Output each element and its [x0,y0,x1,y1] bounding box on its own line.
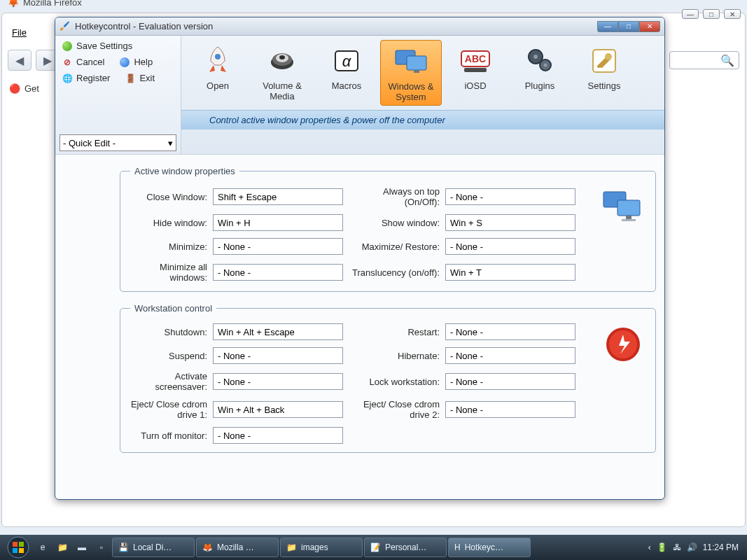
svg-rect-21 [626,216,631,219]
input-suspend[interactable] [213,347,343,364]
firefox-minimize-button[interactable]: — [682,9,699,19]
input-restart[interactable] [445,323,575,340]
speaker-icon [263,43,302,79]
tool-volume-media[interactable]: Volume & Media [251,40,313,104]
register-icon: 🌐 [62,74,72,83]
start-button[interactable] [4,536,32,559]
firefox-icon: 🦊 [202,542,213,552]
input-screensaver[interactable] [213,373,343,390]
label-always-top: Always on top (On/Off): [349,186,440,207]
task-personal[interactable]: 📝Personal… [364,538,447,557]
tray-network-icon[interactable]: 🖧 [673,542,681,552]
taskbar: e 📁 ▬ ▫ 💾Local Di… 🦊Mozilla … 📁images 📝P… [0,535,747,560]
tool-iosd[interactable]: ABC iOSD [445,40,506,94]
tool-plugins[interactable]: Plugins [509,40,571,94]
search-box[interactable]: 🔍 [669,51,739,69]
tray-battery-icon[interactable]: 🔋 [657,542,667,552]
svg-rect-8 [407,56,426,70]
label-monitor: Turn off monitor: [130,430,207,441]
group-active-window: Active window properties Close Window: A… [120,166,656,292]
input-always-top[interactable] [445,188,575,205]
input-max-restore[interactable] [445,238,575,255]
tool-settings[interactable]: Settings [573,40,635,94]
input-minimize[interactable] [213,238,343,255]
tool-macros[interactable]: α Macros [316,40,377,94]
gears-icon [520,43,559,79]
rocket-icon [198,43,237,79]
hotkeycontrol-window: 🖌️ Hotkeycontrol - Evaluation version — … [55,17,665,500]
tray-chevron-icon[interactable]: ‹ [648,542,651,552]
toolbar-description: Control active window properties & power… [181,110,664,130]
help-button[interactable]: Help [117,55,155,69]
task-hotkeycontrol[interactable]: HHotkeyc… [448,538,531,557]
svg-point-0 [215,54,221,59]
tool-windows-system[interactable]: Windows & System [380,40,442,106]
firefox-icon: 🦊 [8,0,19,8]
register-button[interactable]: 🌐 Register [60,71,113,85]
label-hibernate: Hibernate: [349,351,440,361]
label-translucency: Translucency (on/off): [349,267,440,278]
label-screensaver: Activate screensaver: [130,371,207,392]
save-settings-button[interactable]: Save Settings [60,38,176,53]
firefox-tab[interactable]: 🔴 Get [9,83,39,94]
quick-edit-dropdown[interactable]: - Quick Edit - ▾ [60,134,176,151]
input-hibernate[interactable] [445,347,575,364]
label-max-restore: Maximize/ Restore: [349,241,440,252]
quick-app-icon[interactable]: ▫ [92,538,111,556]
svg-point-25 [8,537,29,558]
quick-folder-icon[interactable]: 📁 [53,538,71,556]
dialog-titlebar[interactable]: 🖌️ Hotkeycontrol - Evaluation version — … [55,18,664,36]
input-eject1[interactable] [213,401,343,418]
label-show-window: Show window: [349,218,440,228]
firefox-maximize-button[interactable]: □ [703,9,720,19]
tool-open[interactable]: Open [187,40,249,94]
exit-button[interactable]: 🚪 Exit [123,71,158,85]
menu-file[interactable]: File [12,27,27,38]
task-local-disk[interactable]: 💾Local Di… [112,538,195,557]
search-icon: 🔍 [720,54,734,67]
firefox-close-button[interactable]: ✕ [724,9,741,19]
group-workstation: Workstation control Shutdown: Restart: S… [120,303,656,453]
app-icon: H [454,542,461,552]
save-icon [62,41,72,51]
minimize-button[interactable]: — [597,21,618,32]
input-translucency[interactable] [445,264,575,281]
input-lock[interactable] [445,373,575,390]
close-button[interactable]: ✕ [639,21,660,32]
label-shutdown: Shutdown: [130,327,207,337]
input-monitor[interactable] [213,427,343,444]
svg-text:α: α [342,52,352,70]
input-shutdown[interactable] [213,323,343,340]
power-key-icon [603,325,643,364]
alpha-icon: α [327,43,366,79]
nav-back-button[interactable]: ◀ [8,50,32,71]
svg-rect-9 [414,70,419,73]
left-command-panel: Save Settings ⊘ Cancel Help 🌐 Register [55,36,181,154]
label-restart: Restart: [349,327,440,337]
svg-rect-22 [622,219,636,221]
quick-ie-icon[interactable]: e [34,538,52,556]
label-lock: Lock workstation: [349,377,440,387]
input-hide-window[interactable] [213,214,343,231]
task-images[interactable]: 📁images [280,538,363,557]
main-toolbar: Open Volume & Media α Macros [181,36,664,154]
input-close-window[interactable] [213,188,343,205]
label-minimize: Minimize: [130,241,207,252]
svg-rect-12 [464,68,487,72]
tools-icon [585,43,624,79]
cancel-button[interactable]: ⊘ Cancel [60,55,107,69]
input-eject2[interactable] [445,401,575,418]
label-hide-window: Hide window: [130,218,207,228]
input-minimize-all[interactable] [213,264,343,281]
tab-label: Get [25,83,39,94]
maximize-button[interactable]: □ [618,21,639,32]
input-show-window[interactable] [445,214,575,231]
folder-icon: 📁 [286,542,297,552]
tray-volume-icon[interactable]: 🔊 [687,542,697,552]
quick-windows-icon[interactable]: ▬ [73,538,91,556]
chevron-down-icon: ▾ [168,138,173,148]
task-mozilla[interactable]: 🦊Mozilla … [196,538,279,557]
tray-clock[interactable]: 11:24 PM [703,542,739,552]
firefox-title: Mozilla Firefox [23,0,82,8]
legend-active: Active window properties [130,166,239,176]
